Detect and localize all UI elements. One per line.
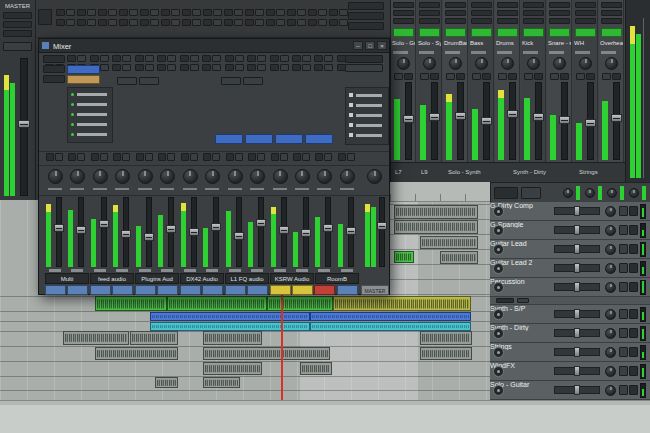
channel-chip[interactable] [122,64,131,71]
pan-knob[interactable] [423,57,436,70]
strip-mini-button[interactable] [315,153,323,161]
channel-chip[interactable] [100,64,109,71]
send-chip[interactable] [305,134,333,144]
media-item[interactable] [203,362,262,375]
strip-mini-button[interactable] [68,153,76,161]
channel-chip[interactable] [161,9,170,16]
volume-fader[interactable] [509,82,516,160]
mute-button[interactable] [619,366,628,376]
pan-knob[interactable] [605,282,616,293]
channel-chip[interactable] [292,55,301,62]
volume-fader-cap[interactable] [99,220,109,228]
pan-knob[interactable] [250,169,265,184]
channel-chip[interactable] [212,64,221,71]
channel-chip[interactable] [247,64,256,71]
channel-tag[interactable] [247,285,268,295]
lane-chip[interactable] [496,298,514,303]
strip-chip[interactable] [471,2,492,8]
record-arm-button[interactable] [493,347,504,358]
track-row[interactable]: Guitar Lead 2 [490,259,650,278]
channel-chip[interactable] [66,9,75,16]
pan-knob[interactable] [605,385,616,396]
strip-chip[interactable] [445,10,466,16]
input-armed-indicator[interactable] [549,28,570,37]
channel-chip[interactable] [77,19,86,26]
solo-button[interactable] [629,328,638,338]
channel-chip[interactable] [225,55,234,62]
mute-button[interactable] [498,73,507,80]
fx-list-item[interactable] [77,103,107,106]
channel-chip[interactable] [348,12,384,20]
channel-chip[interactable] [38,9,52,25]
channel-chip[interactable] [112,55,121,62]
volume-fader-cap[interactable] [301,229,311,237]
volume-fader[interactable] [146,197,152,267]
channel-chip[interactable] [167,55,176,62]
send-list-item[interactable] [356,114,382,117]
volume-fader-cap[interactable] [403,115,414,123]
volume-fader[interactable] [535,82,542,160]
volume-fader[interactable] [213,197,219,267]
volume-fader-cap[interactable] [429,113,440,121]
volume-fader-cap[interactable] [323,224,333,232]
pan-knob[interactable] [295,169,310,184]
strip-mini-button[interactable] [271,153,279,161]
pan-knob[interactable] [605,347,616,358]
strip-chip[interactable] [445,2,466,8]
channel-chip[interactable] [150,19,159,26]
strip-mini-button[interactable] [167,153,175,161]
channel-chip[interactable] [135,55,144,62]
input-armed-indicator[interactable] [419,28,440,37]
channel-chip[interactable] [213,9,222,16]
media-item[interactable] [420,331,472,345]
strip-chip[interactable] [601,2,622,8]
send-list-item[interactable] [356,124,382,127]
master-fader[interactable] [379,197,385,267]
volume-slider-cap[interactable] [574,206,580,216]
mute-button[interactable] [619,328,628,338]
volume-fader-cap[interactable] [144,233,154,241]
record-arm-button[interactable] [493,385,504,396]
strip-mini-button[interactable] [55,153,63,161]
channel-chip[interactable] [192,9,201,16]
menu-chip[interactable] [345,64,383,72]
master-fader-cap[interactable] [18,120,30,128]
media-item[interactable] [267,296,333,311]
channel-chip[interactable] [287,9,296,16]
volume-fader-cap[interactable] [611,114,622,122]
solo-button[interactable] [482,73,491,80]
channel-chip[interactable] [157,55,166,62]
volume-fader-cap[interactable] [189,228,199,236]
volume-slider-cap[interactable] [574,385,580,395]
channel-chip[interactable] [257,55,266,62]
solo-button[interactable] [534,73,543,80]
channel-chip[interactable] [235,55,244,62]
volume-fader[interactable] [56,197,62,267]
track-row[interactable]: G-Dirty Comp [490,202,650,221]
solo-button[interactable] [629,309,638,319]
channel-chip[interactable] [157,64,166,71]
media-item[interactable] [203,347,330,360]
master-button[interactable] [3,12,32,19]
strip-chip[interactable] [575,18,596,24]
channel-chip[interactable] [77,55,86,62]
media-item[interactable] [130,331,178,345]
pan-knob[interactable] [475,57,488,70]
solo-button[interactable] [430,73,439,80]
volume-fader[interactable] [325,197,331,267]
channel-chip[interactable] [245,9,254,16]
mute-button[interactable] [619,347,628,357]
channel-chip[interactable] [314,55,323,62]
pan-knob[interactable] [340,169,355,184]
master-chip[interactable] [43,55,65,63]
param-chip[interactable] [139,77,159,85]
channel-tag[interactable] [112,285,133,295]
channel-chip[interactable] [324,55,333,62]
volume-slider-cap[interactable] [574,244,580,254]
input-armed-indicator[interactable] [601,28,622,37]
channel-tag[interactable] [202,285,223,295]
mute-button[interactable] [619,206,628,216]
channel-chip[interactable] [161,19,170,26]
media-item[interactable] [150,322,310,331]
solo-button[interactable] [629,366,638,376]
